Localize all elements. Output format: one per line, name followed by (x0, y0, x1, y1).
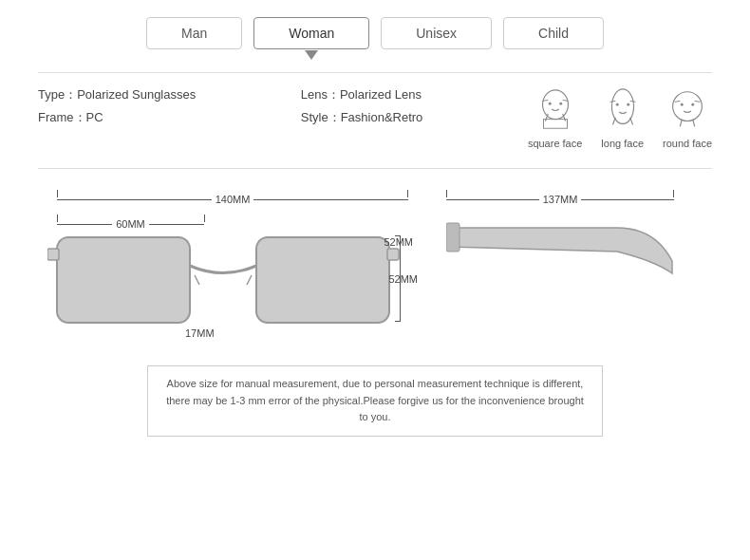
svg-line-21 (693, 120, 695, 127)
svg-line-26 (195, 275, 199, 285)
specs-right: Lens：Polarized Lens Style：Fashion&Retro (301, 86, 423, 126)
tab-active-arrow (305, 50, 318, 60)
svg-line-14 (629, 118, 632, 125)
glasses-front-diagram: 140MM 60MM (38, 184, 418, 350)
svg-line-13 (612, 118, 615, 125)
tab-woman[interactable]: Woman (253, 17, 369, 49)
measurement-140mm: 140MM (57, 194, 408, 205)
diagram-area: 140MM 60MM (38, 184, 712, 350)
face-round: round face (663, 86, 712, 149)
specs-left: Type：Polarized Sunglasses Frame：PC (38, 86, 196, 126)
svg-line-12 (629, 101, 635, 102)
svg-point-3 (548, 103, 551, 105)
svg-rect-24 (47, 249, 59, 260)
svg-rect-23 (256, 237, 389, 323)
tab-unisex[interactable]: Unisex (381, 17, 492, 49)
measurement-52mm: 52MM (384, 235, 413, 248)
glasses-arm-diagram: 137MM (446, 184, 674, 317)
face-square: square face (528, 86, 582, 149)
svg-line-19 (695, 101, 701, 102)
measurement-137mm: 137MM (446, 194, 674, 205)
tab-row: Man Woman Unisex Child (146, 17, 604, 49)
note-box: Above size for manual measurement, due t… (147, 365, 603, 437)
svg-point-9 (615, 103, 618, 106)
svg-rect-22 (57, 237, 190, 323)
arm-shape-svg (446, 209, 674, 304)
svg-point-0 (542, 90, 568, 120)
tab-child[interactable]: Child (503, 17, 604, 49)
round-face-icon (667, 86, 707, 134)
svg-line-11 (609, 101, 615, 102)
square-face-icon (535, 86, 575, 134)
svg-line-18 (675, 101, 681, 102)
lens-spec: Lens：Polarized Lens (301, 86, 423, 103)
svg-rect-7 (543, 120, 567, 129)
frame-spec: Frame：PC (38, 109, 196, 126)
divider-top (38, 72, 712, 73)
svg-point-17 (691, 103, 694, 106)
svg-line-27 (247, 275, 252, 285)
face-long: long face (601, 86, 644, 149)
divider-middle (38, 168, 712, 169)
svg-rect-28 (446, 223, 459, 252)
svg-point-15 (673, 92, 703, 121)
svg-line-20 (680, 120, 682, 127)
svg-point-16 (681, 103, 684, 106)
tab-man[interactable]: Man (146, 17, 242, 49)
measurement-17mm: 17MM (185, 327, 215, 339)
specs-row: Type：Polarized Sunglasses Frame：PC Lens：… (38, 86, 712, 149)
svg-point-10 (627, 103, 629, 106)
type-spec: Type：Polarized Sunglasses (38, 86, 196, 103)
long-face-icon (603, 86, 643, 134)
style-spec: Style：Fashion&Retro (301, 109, 423, 126)
glasses-shape-svg (47, 228, 408, 351)
face-icons: square face long face (528, 86, 712, 149)
svg-point-4 (559, 103, 562, 105)
svg-rect-25 (387, 249, 399, 260)
